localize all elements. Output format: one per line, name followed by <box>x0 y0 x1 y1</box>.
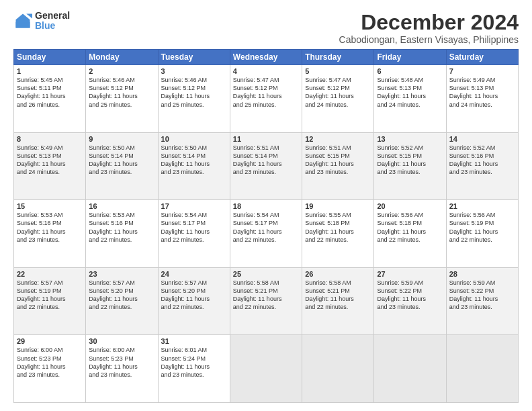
day-info: Sunrise: 6:00 AM Sunset: 5:23 PM Dayligh… <box>89 346 154 379</box>
calendar-week-3: 15Sunrise: 5:53 AM Sunset: 5:16 PM Dayli… <box>14 200 519 268</box>
day-number: 25 <box>233 270 299 278</box>
calendar-cell: 28Sunrise: 5:59 AM Sunset: 5:22 PM Dayli… <box>446 267 518 335</box>
day-info: Sunrise: 5:56 AM Sunset: 5:18 PM Dayligh… <box>377 211 443 244</box>
day-number: 2 <box>89 67 154 75</box>
calendar-cell: 5Sunrise: 5:47 AM Sunset: 5:12 PM Daylig… <box>302 65 374 133</box>
day-number: 18 <box>233 202 299 210</box>
day-info: Sunrise: 5:47 AM Sunset: 5:12 PM Dayligh… <box>233 76 299 109</box>
day-info: Sunrise: 5:46 AM Sunset: 5:12 PM Dayligh… <box>161 76 227 109</box>
day-number: 4 <box>233 67 299 75</box>
day-info: Sunrise: 5:50 AM Sunset: 5:14 PM Dayligh… <box>161 144 227 177</box>
day-info: Sunrise: 5:58 AM Sunset: 5:21 PM Dayligh… <box>233 279 299 312</box>
logo-line2: Blue <box>35 21 70 31</box>
calendar-cell: 21Sunrise: 5:56 AM Sunset: 5:19 PM Dayli… <box>446 200 518 268</box>
day-info: Sunrise: 5:52 AM Sunset: 5:16 PM Dayligh… <box>449 144 515 177</box>
day-number: 12 <box>305 135 371 143</box>
day-number: 21 <box>449 202 515 210</box>
calendar-body: 1Sunrise: 5:45 AM Sunset: 5:11 PM Daylig… <box>14 65 519 403</box>
calendar-cell: 29Sunrise: 6:00 AM Sunset: 5:23 PM Dayli… <box>14 335 86 403</box>
day-number: 13 <box>377 135 443 143</box>
day-number: 16 <box>89 202 154 210</box>
day-info: Sunrise: 5:55 AM Sunset: 5:18 PM Dayligh… <box>305 211 371 244</box>
day-number: 14 <box>449 135 515 143</box>
day-info: Sunrise: 6:01 AM Sunset: 5:24 PM Dayligh… <box>161 346 227 379</box>
day-info: Sunrise: 5:59 AM Sunset: 5:22 PM Dayligh… <box>449 279 515 312</box>
day-info: Sunrise: 5:50 AM Sunset: 5:14 PM Dayligh… <box>89 144 154 177</box>
day-info: Sunrise: 5:56 AM Sunset: 5:19 PM Dayligh… <box>449 211 515 244</box>
calendar-cell: 24Sunrise: 5:57 AM Sunset: 5:20 PM Dayli… <box>158 267 230 335</box>
calendar-cell <box>230 335 302 403</box>
logo-line1: General <box>35 11 70 21</box>
logo: General Blue <box>13 11 70 32</box>
header-row: Sunday Monday Tuesday Wednesday Thursday… <box>14 50 519 65</box>
col-monday: Monday <box>86 50 158 65</box>
calendar-cell: 15Sunrise: 5:53 AM Sunset: 5:16 PM Dayli… <box>14 200 86 268</box>
day-number: 15 <box>17 202 83 210</box>
calendar-cell: 30Sunrise: 6:00 AM Sunset: 5:23 PM Dayli… <box>86 335 158 403</box>
calendar-cell: 1Sunrise: 5:45 AM Sunset: 5:11 PM Daylig… <box>14 65 86 133</box>
subtitle: Cabodiongan, Eastern Visayas, Philippine… <box>339 34 519 45</box>
day-info: Sunrise: 5:59 AM Sunset: 5:22 PM Dayligh… <box>377 279 443 312</box>
day-number: 1 <box>17 67 83 75</box>
day-number: 9 <box>89 135 154 143</box>
col-wednesday: Wednesday <box>230 50 302 65</box>
day-number: 26 <box>305 270 371 278</box>
day-info: Sunrise: 5:46 AM Sunset: 5:12 PM Dayligh… <box>89 76 154 109</box>
calendar-cell: 31Sunrise: 6:01 AM Sunset: 5:24 PM Dayli… <box>158 335 230 403</box>
col-friday: Friday <box>374 50 446 65</box>
calendar-cell: 8Sunrise: 5:49 AM Sunset: 5:13 PM Daylig… <box>14 132 86 200</box>
day-number: 19 <box>305 202 371 210</box>
day-number: 28 <box>449 270 515 278</box>
day-number: 10 <box>161 135 227 143</box>
day-number: 29 <box>17 337 83 345</box>
day-info: Sunrise: 5:48 AM Sunset: 5:13 PM Dayligh… <box>377 76 443 109</box>
logo-icon <box>13 11 32 30</box>
page: General Blue December 2024 Cabodiongan, … <box>0 0 532 411</box>
calendar-cell: 11Sunrise: 5:51 AM Sunset: 5:14 PM Dayli… <box>230 132 302 200</box>
day-info: Sunrise: 5:54 AM Sunset: 5:17 PM Dayligh… <box>233 211 299 244</box>
col-tuesday: Tuesday <box>158 50 230 65</box>
day-info: Sunrise: 5:51 AM Sunset: 5:15 PM Dayligh… <box>305 144 371 177</box>
day-number: 11 <box>233 135 299 143</box>
main-title: December 2024 <box>339 11 519 34</box>
calendar-cell: 6Sunrise: 5:48 AM Sunset: 5:13 PM Daylig… <box>374 65 446 133</box>
day-number: 3 <box>161 67 227 75</box>
day-info: Sunrise: 5:47 AM Sunset: 5:12 PM Dayligh… <box>305 76 371 109</box>
day-info: Sunrise: 5:53 AM Sunset: 5:16 PM Dayligh… <box>17 211 83 244</box>
day-info: Sunrise: 5:45 AM Sunset: 5:11 PM Dayligh… <box>17 76 83 109</box>
day-info: Sunrise: 5:52 AM Sunset: 5:15 PM Dayligh… <box>377 144 443 177</box>
calendar-week-4: 22Sunrise: 5:57 AM Sunset: 5:19 PM Dayli… <box>14 267 519 335</box>
calendar-cell <box>302 335 374 403</box>
calendar-cell: 27Sunrise: 5:59 AM Sunset: 5:22 PM Dayli… <box>374 267 446 335</box>
day-number: 31 <box>161 337 227 345</box>
day-info: Sunrise: 5:54 AM Sunset: 5:17 PM Dayligh… <box>161 211 227 244</box>
logo-text: General Blue <box>35 11 70 32</box>
day-number: 6 <box>377 67 443 75</box>
header: General Blue December 2024 Cabodiongan, … <box>13 11 519 45</box>
col-saturday: Saturday <box>446 50 518 65</box>
day-info: Sunrise: 5:51 AM Sunset: 5:14 PM Dayligh… <box>233 144 299 177</box>
calendar-cell: 25Sunrise: 5:58 AM Sunset: 5:21 PM Dayli… <box>230 267 302 335</box>
day-info: Sunrise: 5:57 AM Sunset: 5:20 PM Dayligh… <box>161 279 227 312</box>
day-info: Sunrise: 5:57 AM Sunset: 5:19 PM Dayligh… <box>17 279 83 312</box>
calendar-cell: 22Sunrise: 5:57 AM Sunset: 5:19 PM Dayli… <box>14 267 86 335</box>
day-number: 24 <box>161 270 227 278</box>
svg-rect-2 <box>16 22 30 28</box>
calendar-cell <box>374 335 446 403</box>
calendar-cell: 18Sunrise: 5:54 AM Sunset: 5:17 PM Dayli… <box>230 200 302 268</box>
calendar-cell: 23Sunrise: 5:57 AM Sunset: 5:20 PM Dayli… <box>86 267 158 335</box>
day-info: Sunrise: 5:57 AM Sunset: 5:20 PM Dayligh… <box>89 279 154 312</box>
calendar-cell: 13Sunrise: 5:52 AM Sunset: 5:15 PM Dayli… <box>374 132 446 200</box>
day-info: Sunrise: 6:00 AM Sunset: 5:23 PM Dayligh… <box>17 346 83 379</box>
day-info: Sunrise: 5:58 AM Sunset: 5:21 PM Dayligh… <box>305 279 371 312</box>
day-number: 5 <box>305 67 371 75</box>
col-thursday: Thursday <box>302 50 374 65</box>
day-info: Sunrise: 5:49 AM Sunset: 5:13 PM Dayligh… <box>449 76 515 109</box>
calendar-cell: 20Sunrise: 5:56 AM Sunset: 5:18 PM Dayli… <box>374 200 446 268</box>
day-info: Sunrise: 5:49 AM Sunset: 5:13 PM Dayligh… <box>17 144 83 177</box>
calendar-cell: 10Sunrise: 5:50 AM Sunset: 5:14 PM Dayli… <box>158 132 230 200</box>
calendar-cell <box>446 335 518 403</box>
day-number: 23 <box>89 270 154 278</box>
col-sunday: Sunday <box>14 50 86 65</box>
calendar-week-2: 8Sunrise: 5:49 AM Sunset: 5:13 PM Daylig… <box>14 132 519 200</box>
